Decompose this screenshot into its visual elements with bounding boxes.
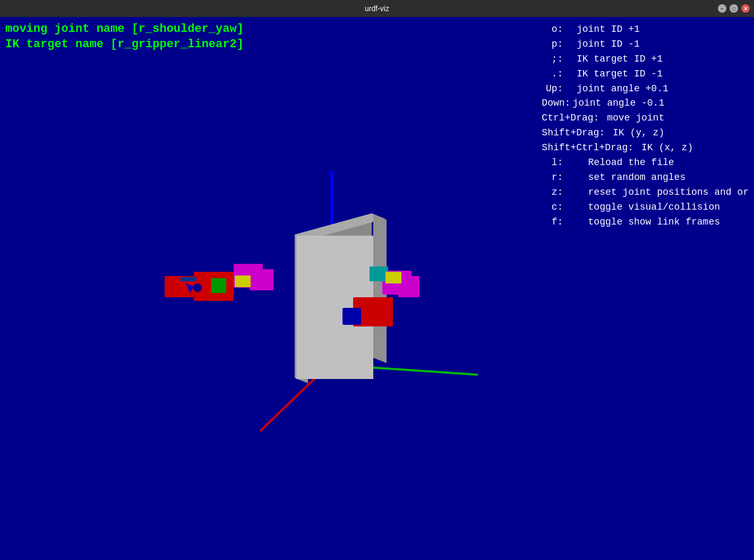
svg-rect-24: [181, 277, 196, 281]
close-button[interactable]: ✕: [741, 4, 750, 13]
shortcut-down: Down: joint angle -0.1: [542, 96, 749, 111]
svg-rect-12: [211, 278, 226, 293]
shortcut-dot: .: IK target ID -1: [542, 67, 749, 82]
shortcut-f: f: toggle show link frames: [542, 215, 749, 230]
minimize-button[interactable]: −: [718, 4, 726, 13]
shortcut-r: r: set random angles: [542, 170, 749, 185]
window-controls: − □ ✕: [718, 4, 750, 13]
main-viewport: moving joint name [r_shoulder_yaw] IK ta…: [0, 17, 754, 560]
moving-joint-label: moving joint name [r_shoulder_yaw]: [5, 22, 244, 36]
shortcut-p: p: joint ID -1: [542, 37, 749, 52]
info-overlay: moving joint name [r_shoulder_yaw] IK ta…: [5, 22, 244, 51]
title-bar: urdf-viz − □ ✕: [0, 0, 754, 17]
svg-rect-15: [235, 275, 251, 287]
svg-rect-17: [342, 308, 361, 325]
shortcut-c: c: toggle visual/collision: [542, 200, 749, 215]
shortcut-shift-ctrl-drag: Shift+Ctrl+Drag: IK (x, z): [542, 141, 749, 156]
shortcut-ctrl-drag: Ctrl+Drag: move joint: [542, 111, 749, 126]
3d-viewport[interactable]: [0, 59, 478, 537]
shortcut-shift-drag: Shift+Drag: IK (y, z): [542, 126, 749, 141]
shortcuts-panel: o: joint ID +1 p: joint ID -1 ;: IK targ…: [542, 22, 749, 229]
shortcut-l: l: Reload the file: [542, 156, 749, 170]
robot-visualization: [0, 59, 478, 537]
window-title: urdf-viz: [365, 4, 389, 13]
svg-rect-20: [370, 266, 388, 281]
svg-point-22: [193, 283, 202, 292]
maximize-button[interactable]: □: [730, 4, 738, 13]
svg-rect-14: [250, 269, 273, 290]
shortcut-up: Up: joint angle +0.1: [542, 82, 749, 97]
shortcut-z: z: reset joint positions and or: [542, 185, 749, 200]
shortcut-semicolon: ;: IK target ID +1: [542, 52, 749, 67]
ik-target-label: IK target name [r_gripper_linear2]: [5, 38, 244, 51]
svg-rect-21: [385, 272, 401, 283]
shortcut-o: o: joint ID +1: [542, 22, 749, 37]
